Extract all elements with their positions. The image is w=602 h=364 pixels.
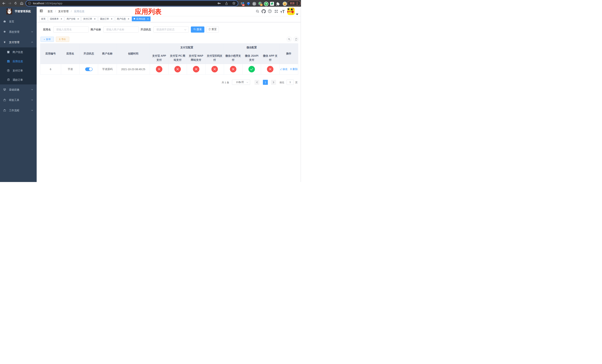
svg-text:10: 10: [242, 4, 244, 6]
svg-text:1: 1: [261, 4, 262, 6]
